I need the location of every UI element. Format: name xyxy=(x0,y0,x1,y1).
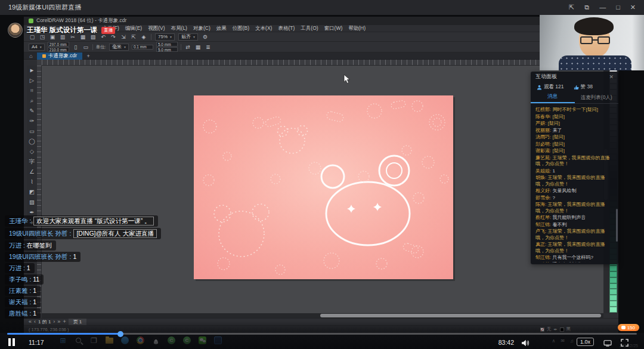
landscape-button[interactable]: ▭ xyxy=(82,44,89,51)
chat-message: 严妍[疑问] xyxy=(535,121,611,127)
tool-icon[interactable]: ✒ xyxy=(30,209,35,215)
toolbar-icon[interactable]: ⇲ xyxy=(120,33,127,41)
minimize-button[interactable]: — xyxy=(599,4,606,11)
glasses-bridge xyxy=(593,39,597,41)
nudge-distance-input[interactable]: 0.1 mm xyxy=(132,45,153,50)
overlay-chat-text: 在哪签到 xyxy=(27,242,52,249)
panel-close-icon[interactable]: ✕ xyxy=(609,74,614,80)
tool-icon[interactable]: ⌕ xyxy=(30,98,33,103)
chat-message: 邹江锦只有我一个这样吗? xyxy=(535,255,611,261)
swap-icon[interactable]: ⇄ xyxy=(184,44,191,51)
tab-mic-list[interactable]: 连麦列表(0人) xyxy=(575,94,619,103)
ruler-origin xyxy=(37,60,42,66)
page-width-input[interactable]: 297.0 mm xyxy=(48,42,69,47)
overlay-chat-sender: 汪素雅 xyxy=(9,287,33,294)
menu-item[interactable]: 表格(T) xyxy=(275,25,297,32)
volume-icon[interactable] xyxy=(521,338,530,349)
tool-icon[interactable]: ◯ xyxy=(29,138,35,144)
overlay-chat-text: 欢迎大家来观看直播 “版式设计第一课” 。 xyxy=(33,217,153,226)
menu-item[interactable]: 窗口(W) xyxy=(322,25,345,32)
units-label: 单位: xyxy=(96,44,106,50)
chevron-down-icon: ▾ xyxy=(124,45,126,49)
viewer-count: 观看 121 xyxy=(537,84,564,91)
tool-icon[interactable]: ∠ xyxy=(29,169,35,174)
tool-icon[interactable]: ▭ xyxy=(29,128,35,134)
chat-message: 相义好矢量风绘制 xyxy=(535,188,611,194)
chat-sender: 邹江锦 xyxy=(535,255,552,260)
fullscreen-icon[interactable] xyxy=(621,338,628,349)
menu-item[interactable]: 对象(C) xyxy=(191,25,213,32)
toolbar-icon[interactable]: ⇱ xyxy=(130,33,137,41)
wall-shadow xyxy=(632,15,644,70)
message-count: 150 xyxy=(627,325,635,331)
tool-icon[interactable]: 字 xyxy=(29,159,35,164)
portrait-button[interactable]: ▯ xyxy=(72,44,79,51)
menu-item[interactable]: 文本(X) xyxy=(253,25,274,32)
duplicate-y-input[interactable]: 5.0 mm xyxy=(156,47,178,52)
menu-item[interactable]: 效果 xyxy=(214,25,229,32)
color-swatch[interactable] xyxy=(609,265,617,271)
page-size-select[interactable]: A4 ▾ xyxy=(29,44,45,51)
menu-item[interactable]: 视图(V) xyxy=(145,25,167,32)
color-swatch[interactable] xyxy=(609,301,617,307)
options-gear-icon[interactable]: ⚙ xyxy=(202,33,209,41)
duplicate-x-input[interactable]: 5.0 mm xyxy=(156,42,178,47)
color-swatch[interactable] xyxy=(609,295,617,301)
popout-icon[interactable]: ⧉ xyxy=(584,4,589,11)
grid-icon[interactable]: ▦ xyxy=(194,44,202,51)
overlay-chat-sender: 唐胜锟 xyxy=(9,310,33,317)
tool-icon[interactable]: ▷ xyxy=(30,78,34,83)
chat-sender: 卢飞 xyxy=(535,228,547,234)
menu-item[interactable]: 帮助(H) xyxy=(346,25,368,32)
overlay-chat-text: 1 xyxy=(33,287,36,294)
color-swatch[interactable] xyxy=(609,289,617,295)
pause-button[interactable] xyxy=(8,338,15,346)
overlay-chat-text: 1 xyxy=(33,310,36,317)
chat-sender: 祝丽丽 xyxy=(535,128,552,133)
progress-bar[interactable] xyxy=(7,333,637,335)
tool-icon[interactable]: ▨ xyxy=(29,199,35,205)
video-area[interactable]: CorelDRAW 2018 (64 位) - 卡通形象.cdr 文件(F)编辑… xyxy=(0,15,644,349)
document-tab[interactable]: 卡通形象.cdr xyxy=(37,52,82,60)
color-swatch[interactable] xyxy=(609,277,617,283)
streamer-avatar[interactable] xyxy=(8,23,23,38)
page-height-input[interactable]: 210.0 mm xyxy=(48,47,69,52)
stream-info-overlay: 王瑾华 版式设计第一课 直播 xyxy=(8,23,115,38)
message-count-badge[interactable]: 150 xyxy=(618,324,639,331)
tool-icon[interactable]: ◩ xyxy=(29,189,35,194)
menu-item[interactable]: 编辑(E) xyxy=(123,25,144,32)
menu-item[interactable]: 位图(B) xyxy=(230,25,252,32)
panel-scrollbar[interactable] xyxy=(616,209,618,242)
color-swatch[interactable] xyxy=(609,283,617,289)
maximize-button[interactable]: □ xyxy=(616,4,620,11)
close-button[interactable]: ✕ xyxy=(630,4,636,11)
overlay-chat-sender: 谢天福 xyxy=(9,298,33,305)
tool-icon[interactable]: ✎ xyxy=(30,108,35,113)
tool-icon[interactable]: ⌇ xyxy=(30,179,33,184)
home-tab-icon[interactable]: ⌂ xyxy=(27,52,35,60)
snap-select[interactable]: 贴齐 ▾ xyxy=(178,33,198,41)
chat-sender: 谢影淑 xyxy=(535,148,552,153)
tool-icon[interactable]: ► xyxy=(29,67,35,73)
tool-icon[interactable]: ✑ xyxy=(30,118,35,123)
overlay-chat-row: 李子鸣11 xyxy=(5,274,44,285)
menu-item[interactable]: 布局(L) xyxy=(169,25,190,32)
window-controls: ⇱ ⧉ — □ ✕ xyxy=(569,4,636,11)
toolbar-icon[interactable]: ◈ xyxy=(140,33,147,41)
color-swatch[interactable] xyxy=(609,307,617,313)
theater-mode-icon[interactable] xyxy=(603,338,612,349)
playback-speed-button[interactable]: 1.0x xyxy=(577,338,594,346)
live-badge: 直播 xyxy=(101,27,115,34)
color-swatch[interactable] xyxy=(609,271,617,277)
progress-knob[interactable] xyxy=(117,331,123,337)
tab-messages[interactable]: 消息 xyxy=(531,93,575,103)
tool-icon[interactable]: ◇ xyxy=(30,149,34,154)
menu-item[interactable]: 工具(O) xyxy=(298,25,320,32)
document-icon xyxy=(42,54,46,58)
new-tab-button[interactable]: + xyxy=(85,52,92,60)
layers-icon[interactable]: ≣ xyxy=(205,44,212,51)
tool-icon[interactable]: ⌗ xyxy=(30,88,33,93)
units-select[interactable]: 毫米 ▾ xyxy=(109,44,129,51)
cast-icon[interactable]: ⇱ xyxy=(569,4,574,11)
zoom-level-select[interactable]: 75% ▾ xyxy=(155,33,175,41)
